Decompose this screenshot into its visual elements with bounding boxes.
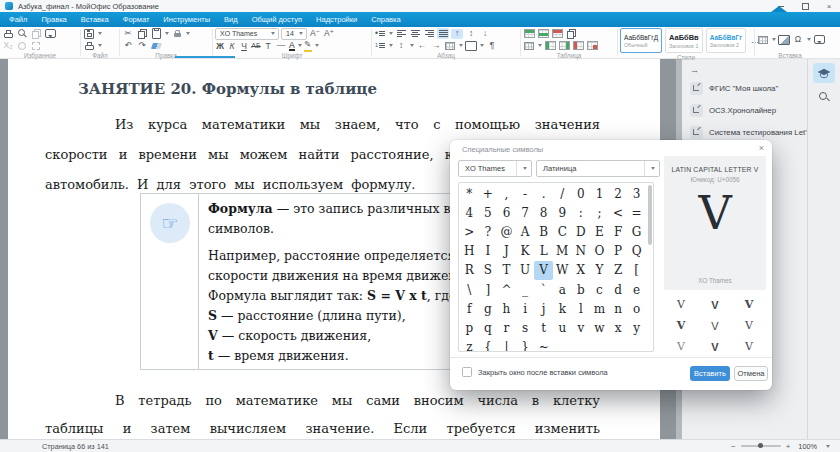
char-cell[interactable]: :: [572, 203, 591, 222]
char-cell[interactable]: }: [516, 338, 535, 353]
undo-icon[interactable]: ↶: [122, 41, 134, 51]
char-cell[interactable]: h: [497, 299, 516, 318]
increase-font-icon[interactable]: A⁺: [323, 29, 335, 39]
char-cell[interactable]: A: [516, 222, 535, 241]
align-left-icon[interactable]: [395, 28, 407, 39]
char-cell[interactable]: \: [460, 280, 479, 299]
more-dash-icon[interactable]: —: [275, 41, 287, 51]
char-cell[interactable]: ;: [590, 203, 609, 222]
bullet-list-icon[interactable]: •: [374, 29, 386, 39]
insert-row-below-icon[interactable]: [537, 29, 549, 39]
char-cell[interactable]: s: [516, 318, 535, 337]
maximize-button[interactable]: [801, 2, 809, 10]
copy-table-icon[interactable]: [565, 29, 577, 39]
font-variant-v[interactable]: V: [698, 294, 732, 315]
char-cell[interactable]: -: [516, 184, 535, 203]
char-cell[interactable]: `: [534, 280, 553, 299]
zoom-level[interactable]: 100%: [798, 442, 817, 451]
char-cell[interactable]: X: [572, 261, 591, 280]
underline-button[interactable]: Ч: [239, 41, 249, 51]
insert-symbol-icon[interactable]: Ω: [792, 35, 804, 45]
char-cell[interactable]: K: [516, 242, 535, 261]
char-cell[interactable]: v: [572, 318, 591, 337]
char-cell[interactable]: H: [460, 242, 479, 261]
char-cell[interactable]: F: [609, 222, 628, 241]
char-cell[interactable]: n: [609, 299, 628, 318]
line-spacing-icon[interactable]: ↕: [395, 41, 407, 51]
char-cell[interactable]: E: [590, 222, 609, 241]
char-cell[interactable]: |: [497, 338, 516, 353]
char-cell[interactable]: O: [590, 242, 609, 261]
char-cell[interactable]: k: [553, 299, 572, 318]
char-cell[interactable]: ]: [479, 280, 498, 299]
char-cell[interactable]: Y: [590, 261, 609, 280]
strikethrough-button[interactable]: АБ: [251, 42, 261, 49]
char-cell[interactable]: r: [497, 318, 516, 337]
font-variant-v[interactable]: V: [698, 336, 732, 357]
sidebar-item-2[interactable]: Система тестирования Let's test: [690, 125, 805, 139]
char-cell[interactable]: ~: [534, 338, 553, 353]
pages-icon[interactable]: [30, 29, 42, 39]
char-cell[interactable]: m: [590, 299, 609, 318]
delete-row-icon[interactable]: [551, 29, 563, 39]
char-cell[interactable]: 2: [609, 184, 628, 203]
decrease-indent-icon[interactable]: ←: [416, 41, 428, 51]
char-cell[interactable]: *: [460, 184, 479, 203]
zoom-in-icon[interactable]: +: [786, 442, 791, 451]
char-cell[interactable]: @: [497, 222, 516, 241]
char-cell[interactable]: L: [534, 242, 553, 261]
close-button[interactable]: ×: [825, 2, 833, 10]
menu-item-5[interactable]: Вид: [217, 12, 245, 27]
grid-scrollbar-thumb[interactable]: [648, 185, 652, 245]
cut-icon[interactable]: ✂: [122, 29, 134, 39]
insert-image-icon[interactable]: [778, 35, 790, 45]
char-cell[interactable]: B: [534, 222, 553, 241]
insert-col-right-icon[interactable]: [558, 41, 570, 51]
menu-item-2[interactable]: Вставка: [74, 12, 116, 27]
menu-item-6[interactable]: Общий доступ: [245, 12, 309, 27]
menu-item-1[interactable]: Правка: [34, 12, 73, 27]
char-cell[interactable]: a: [553, 280, 572, 299]
char-cell[interactable]: /: [553, 184, 572, 203]
char-cell[interactable]: N: [572, 242, 591, 261]
char-cell[interactable]: +: [479, 184, 498, 203]
print-icon[interactable]: [2, 29, 14, 39]
valign-middle-icon[interactable]: ↕: [465, 29, 477, 39]
char-cell[interactable]: u: [553, 318, 572, 337]
align-right-icon[interactable]: [423, 28, 435, 39]
font-variant-v[interactable]: V: [732, 336, 766, 357]
font-variant-v[interactable]: V: [732, 315, 766, 336]
char-cell[interactable]: g: [479, 299, 498, 318]
char-cell[interactable]: G: [627, 222, 646, 241]
char-cell[interactable]: [572, 338, 591, 353]
education-button[interactable]: [813, 63, 835, 83]
char-cell[interactable]: ,: [497, 184, 516, 203]
char-cell[interactable]: y: [627, 318, 646, 337]
subset-dropdown[interactable]: Латиница: [536, 160, 660, 177]
char-cell[interactable]: <: [609, 203, 628, 222]
char-cell[interactable]: 9: [553, 203, 572, 222]
char-cell[interactable]: i: [516, 299, 535, 318]
menu-item-0[interactable]: Файл: [2, 12, 34, 27]
char-cell[interactable]: C: [553, 222, 572, 241]
char-cell[interactable]: V: [534, 261, 553, 280]
delete-col-icon[interactable]: [572, 41, 584, 51]
expand-icon[interactable]: [30, 41, 42, 51]
close-after-insert-checkbox[interactable]: [462, 367, 472, 377]
char-cell[interactable]: W: [553, 261, 572, 280]
zoom-dropdown-icon[interactable]: [826, 445, 830, 448]
font-variant-v[interactable]: V: [732, 294, 766, 315]
char-cell[interactable]: 6: [497, 203, 516, 222]
char-cell[interactable]: [: [627, 261, 646, 280]
zoom-track[interactable]: [741, 445, 781, 447]
char-cell[interactable]: [553, 338, 572, 353]
bold-button[interactable]: Ж: [215, 41, 225, 51]
menu-item-7[interactable]: Надстройки: [309, 12, 364, 27]
decrease-font-icon[interactable]: A⁻: [309, 29, 321, 39]
char-cell[interactable]: [609, 338, 628, 353]
char-cell[interactable]: w: [590, 318, 609, 337]
char-cell[interactable]: q: [479, 318, 498, 337]
char-cell[interactable]: M: [553, 242, 572, 261]
paste-icon[interactable]: [150, 29, 162, 39]
style-heading2[interactable]: АаБбВвГг Заголовок 2: [706, 28, 746, 53]
